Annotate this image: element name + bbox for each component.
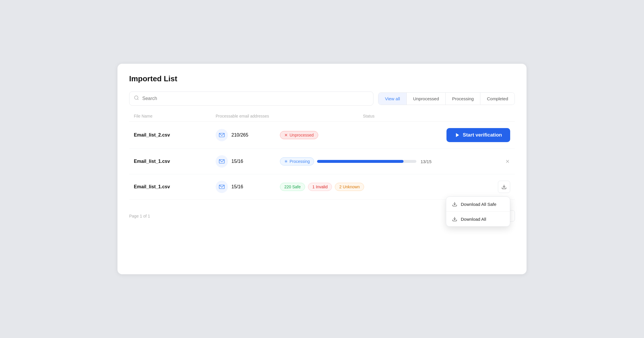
- search-input[interactable]: [129, 92, 373, 106]
- table-row: Email_list_1.csv 15/16 ✳ Processing: [129, 149, 515, 174]
- row3-filename: Email_list_1.csv: [134, 184, 216, 189]
- filter-tab-completed[interactable]: Completed: [480, 93, 515, 105]
- play-icon: [455, 132, 460, 138]
- dropdown-item-download-all[interactable]: Download All: [446, 211, 510, 226]
- row2-email-icon: [216, 155, 228, 168]
- row1-action: Start verification: [446, 128, 510, 142]
- filter-tabs: View all Unprocessed Processing Complete…: [378, 92, 515, 105]
- row3-email-icon: [216, 181, 228, 193]
- download-dropdown: Download All Safe Download All: [446, 196, 510, 227]
- row2-email: 15/16: [216, 155, 280, 168]
- row1-status: ✕ Unprocessed: [280, 131, 446, 139]
- table-header: File Name Processable email addresses St…: [129, 114, 515, 122]
- cancel-button[interactable]: [505, 159, 510, 164]
- col-header-filename: File Name: [134, 114, 216, 118]
- download-all-icon: [452, 216, 457, 222]
- row1-email-count: 210/265: [231, 132, 248, 138]
- dropdown-item-download-safe[interactable]: Download All Safe: [446, 197, 510, 211]
- progress-bar-fill: [317, 160, 404, 163]
- row1-filename: Email_list_2.csv: [134, 132, 216, 138]
- progress-bar-wrap: [317, 160, 416, 163]
- badge-safe: 220 Safe: [280, 183, 305, 191]
- spin-icon: ✳: [284, 159, 288, 164]
- row3-status: 220 Safe 1 Invalid 2 Unknown: [280, 183, 498, 191]
- row1-email: 210/265: [216, 129, 280, 141]
- row3-action: [498, 181, 510, 193]
- progress-count: 13/15: [420, 159, 432, 164]
- imported-list-card: Imported List View all Unprocessed Proce…: [117, 64, 527, 274]
- search-wrapper: [129, 92, 373, 106]
- row2-filename: Email_list_1.csv: [134, 159, 216, 164]
- start-verification-button[interactable]: Start verification: [446, 128, 510, 142]
- page-title: Imported List: [129, 74, 515, 83]
- row3-email: 15/16: [216, 181, 280, 193]
- col-header-email: Processable email addresses: [216, 114, 363, 118]
- toolbar: View all Unprocessed Processing Complete…: [129, 92, 515, 106]
- svg-point-0: [134, 96, 138, 99]
- svg-line-1: [137, 99, 138, 100]
- table-body: Email_list_2.csv 210/265 ✕ Unprocessed: [129, 122, 515, 200]
- row2-status-badge: ✳ Processing: [280, 157, 314, 165]
- col-header-status: Status: [363, 114, 510, 118]
- search-icon: [134, 95, 139, 102]
- row1-email-icon: [216, 129, 228, 141]
- filter-tab-view-all[interactable]: View all: [378, 93, 406, 105]
- download-button[interactable]: [498, 181, 510, 193]
- badge-unknown: 2 Unknown: [335, 183, 364, 191]
- filter-tab-unprocessed[interactable]: Unprocessed: [406, 93, 445, 105]
- row1-status-badge: ✕ Unprocessed: [280, 131, 318, 139]
- row3-email-count: 15/16: [231, 184, 243, 189]
- row2-email-count: 15/16: [231, 159, 243, 164]
- filter-tab-processing[interactable]: Processing: [445, 93, 480, 105]
- row2-status: ✳ Processing 13/15: [280, 157, 510, 165]
- x-icon: ✕: [284, 133, 288, 137]
- svg-marker-3: [456, 133, 459, 137]
- table-row: Email_list_1.csv 15/16 220 Safe 1 Invali…: [129, 174, 515, 200]
- row2-progress-section: 13/15: [317, 159, 502, 164]
- download-safe-icon: [452, 201, 457, 207]
- page-info: Page 1 of 1: [129, 214, 150, 218]
- badge-invalid: 1 Invalid: [308, 183, 332, 191]
- table-row: Email_list_2.csv 210/265 ✕ Unprocessed: [129, 122, 515, 149]
